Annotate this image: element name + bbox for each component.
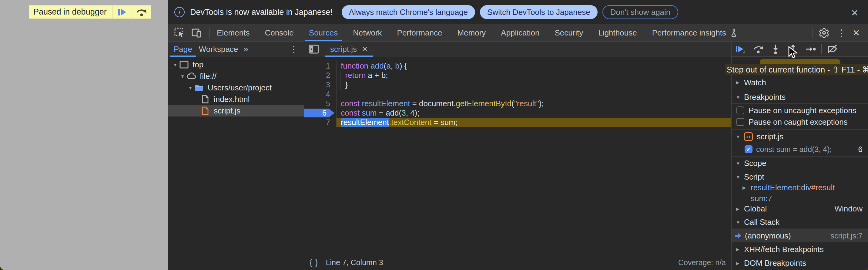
pause-toggle-0[interactable]: Pause on uncaught exceptions [732,104,868,116]
checkbox[interactable] [737,118,744,126]
scope-variable-resultElement[interactable]: ▶resultElement: div#result [732,182,868,193]
section-call-stack[interactable]: ▼ Call Stack [732,216,868,229]
pretty-print-icon[interactable]: { } [310,258,319,267]
disclosure-icon: ▶ [736,247,744,252]
code-token: resultElement [362,99,410,108]
line-number: 3 [304,80,337,90]
section-watch[interactable]: ▶ Watch [732,76,868,89]
code-line-content: return a + b; [337,71,731,80]
tab-performance-insights[interactable]: Performance insights [648,24,742,41]
code-line-3[interactable]: 3 } [304,80,731,90]
editor-tab-close-icon[interactable]: ✕ [362,45,368,53]
disclosure-icon: ▶ [743,185,751,190]
disclosure-icon: ▼ [736,134,744,139]
scope-group-global[interactable]: ▶GlobalWindow [732,203,868,214]
breakpoint-file-scriptjs[interactable]: ▼‹›script.js [732,130,868,143]
line-number-text: 5 [326,99,330,108]
scope-variable-sum[interactable]: sum: 7 [732,193,868,204]
code-token: .textContent [389,118,431,127]
code-token: = document. [410,99,456,108]
devtools-close-icon[interactable]: ✕ [850,27,862,38]
step-icon[interactable] [805,43,816,55]
infobar-message: DevTools is now available in Japanese! [190,7,333,17]
editor-tab-label: script.js [330,44,357,54]
code-line-content: } [337,80,731,90]
inspect-element-icon[interactable] [174,27,185,38]
pause-toggle-1[interactable]: Pause on caught exceptions [732,116,868,128]
call-stack-frame[interactable]: (anonymous)script.js:7 [732,229,868,242]
code-line-1[interactable]: 1function add(a, b) { [304,61,731,71]
file-tree: ▼top▼file://▼Users/user/projectindex.htm… [168,59,304,117]
code-token: const [341,108,360,118]
tree-item-index-html[interactable]: index.html [168,93,304,105]
editor-tab-scriptjs[interactable]: script.js ✕ [328,41,370,57]
breakpoint-checkbox[interactable]: ✓ [745,145,752,153]
navigator-kebab-icon[interactable]: ⋮ [289,44,299,54]
step-over-button[interactable] [131,5,151,19]
code-token [360,108,362,118]
tab-workspace[interactable]: Workspace [198,41,239,57]
section-xhr-breakpoints[interactable]: ▶ XHR/fetch Breakpoints [732,243,868,256]
resume-script-icon[interactable] [734,43,745,55]
tree-item-script-js[interactable]: script.js [168,105,304,117]
tab-network[interactable]: Network [349,24,386,41]
code-token: = add( [377,108,402,118]
device-toolbar-icon[interactable] [191,27,202,38]
tab-performance[interactable]: Performance [393,24,446,41]
line-number-text: 2 [326,71,330,80]
tab-memory[interactable]: Memory [453,24,490,41]
section-scope[interactable]: ▼ Scope [732,156,868,170]
breakpoint-code: const sum = add(3, 4); [756,145,832,154]
more-options-kebab-icon[interactable]: ⋮ [836,27,847,38]
always-match-language-button[interactable]: Always match Chrome's language [342,5,475,19]
tree-item-top[interactable]: ▼top [168,59,304,70]
resume-script-button[interactable] [112,5,131,19]
line-number-text: 7 [326,118,330,127]
dom-breakpoints-label: DOM Breakpoints [744,259,806,268]
tree-item-label: top [192,60,204,69]
code-line-4[interactable]: 4 [304,90,731,99]
coverage-status: Coverage: n/a [678,258,726,267]
code-token [341,71,345,80]
tab-security[interactable]: Security [551,24,588,41]
switch-to-japanese-button[interactable]: Switch DevTools to Japanese [480,5,597,19]
code-area[interactable]: 1function add(a, b) {2 return a + b;3 }4… [304,57,731,255]
code-line-5[interactable]: 5const resultElement = document.getEleme… [304,99,731,108]
code-line-7[interactable]: 7resultElement.textContent = sum; [304,118,731,127]
step-over-icon[interactable] [753,43,764,55]
toggle-navigator-panel-icon[interactable] [308,44,319,55]
tab-application[interactable]: Application [497,24,544,41]
section-breakpoints[interactable]: ▼ Breakpoints [732,91,868,104]
variable-value: #result [811,183,835,192]
infobar-close-icon[interactable]: ✕ [848,7,861,19]
tab-lighthouse[interactable]: Lighthouse [594,24,641,41]
tree-item-file-[interactable]: ▼file:// [168,70,304,82]
step-into-icon[interactable] [770,43,781,55]
code-token: ( [384,61,386,71]
breakpoint-marker[interactable]: 6 [304,108,337,118]
dont-show-again-button[interactable]: Don't show again [602,5,679,19]
disclosure-icon: ▶ [736,80,744,85]
tab-sources[interactable]: Sources [305,24,342,41]
line-number: 1 [304,61,337,71]
tab-elements[interactable]: Elements [213,24,254,41]
tab-label: Network [353,28,382,38]
code-line-2[interactable]: 2 return a + b; [304,71,731,80]
deactivate-breakpoints-icon[interactable] [827,43,838,55]
step-over-icon [136,7,147,17]
settings-gear-icon[interactable] [818,27,830,38]
code-token: const [341,99,360,108]
tab-page[interactable]: Page [173,41,193,57]
checkbox[interactable] [737,107,744,114]
sources-navigator: Page Workspace » ⋮ ▼top▼file://▼Users/us… [168,41,304,270]
tree-item-users-user-project[interactable]: ▼Users/user/project [168,82,304,93]
file-js-icon [200,106,210,116]
breakpoint-entry[interactable]: ✓const sum = add(3, 4);6 [732,143,868,156]
more-tabs-icon[interactable]: » [244,44,248,54]
code-line-6[interactable]: 6const sum = add(3, 4); [304,108,731,118]
code-line-content: resultElement.textContent = sum; [337,118,731,127]
scope-group-script[interactable]: ▼Script [732,171,868,183]
tab-console[interactable]: Console [260,24,298,41]
code-line-content: const sum = add(3, 4); [337,108,731,118]
section-dom-breakpoints[interactable]: ▶ DOM Breakpoints [732,256,868,270]
